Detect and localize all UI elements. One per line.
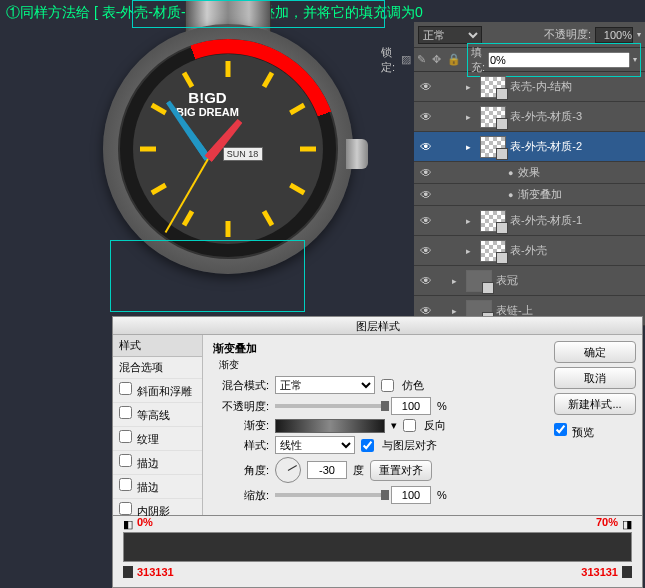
watch-crown <box>346 139 368 169</box>
fill-input[interactable] <box>488 52 630 68</box>
expand-arrow-icon[interactable]: ▸ <box>466 112 476 122</box>
visibility-icon[interactable]: 👁 <box>414 214 438 228</box>
fill-dropdown-icon[interactable]: ▾ <box>633 55 637 64</box>
expand-arrow-icon[interactable]: ▸ <box>466 82 476 92</box>
align-label: 与图层对齐 <box>382 438 437 453</box>
lock-paint-icon[interactable]: ✎ <box>417 53 426 67</box>
layer-name: 表-外壳-材质-2 <box>510 139 645 154</box>
opacity-dropdown-icon[interactable]: ▾ <box>637 30 641 39</box>
style-item-checkbox[interactable] <box>119 382 132 395</box>
visibility-icon[interactable]: 👁 <box>414 80 438 94</box>
style-category-item[interactable]: 描边 <box>113 451 202 475</box>
style-item-checkbox[interactable] <box>119 478 132 491</box>
scale-label: 缩放: <box>213 488 269 503</box>
style-options: 渐变叠加 渐变 混合模式: 正常 仿色 不透明度: % 渐变: ▾ 反向 <box>203 335 548 515</box>
gradient-bar[interactable] <box>123 532 632 562</box>
layer-row[interactable]: 👁▸表-外壳-材质-2 <box>414 132 645 162</box>
visibility-icon[interactable]: 👁 <box>414 166 438 180</box>
opacity-stops-row[interactable]: ◧ 0% 70% ◨ <box>123 516 632 532</box>
reverse-checkbox[interactable] <box>403 419 416 432</box>
visibility-icon[interactable]: 👁 <box>414 244 438 258</box>
layer-row[interactable]: 👁▸表壳-内-结构 <box>414 72 645 102</box>
angle-input[interactable] <box>307 461 347 479</box>
style-item-checkbox[interactable] <box>119 430 132 443</box>
color-stop-left-label: 313131 <box>137 566 174 578</box>
style-select[interactable]: 线性 <box>275 436 355 454</box>
expand-arrow-icon[interactable]: ▸ <box>452 276 462 286</box>
style-category-item[interactable]: 等高线 <box>113 403 202 427</box>
opacity-input[interactable] <box>595 27 633 43</box>
gradient-dropdown-icon[interactable]: ▾ <box>391 419 397 432</box>
scale-input[interactable] <box>391 486 431 504</box>
align-checkbox[interactable] <box>361 439 374 452</box>
fill-label: 填充: <box>471 45 485 75</box>
reset-align-button[interactable]: 重置对齐 <box>370 460 432 481</box>
style-item-checkbox[interactable] <box>119 454 132 467</box>
layer-thumbnail <box>480 210 506 232</box>
expand-arrow-icon[interactable]: ▸ <box>466 216 476 226</box>
expand-arrow-icon[interactable]: ▸ <box>466 246 476 256</box>
lock-position-icon[interactable]: ✥ <box>432 53 441 67</box>
visibility-icon[interactable]: 👁 <box>414 274 438 288</box>
blend-mode-select-dlg[interactable]: 正常 <box>275 376 375 394</box>
opacity-slider[interactable] <box>275 404 385 408</box>
layer-name: 效果 <box>518 165 645 180</box>
style-category-item[interactable]: 描边 <box>113 475 202 499</box>
style-label: 样式: <box>213 438 269 453</box>
layer-row[interactable]: 👁▸表-外壳 <box>414 236 645 266</box>
style-category-item[interactable]: 混合选项 <box>113 357 202 379</box>
layer-row[interactable]: 👁●渐变叠加 <box>414 184 645 206</box>
visibility-icon[interactable]: 👁 <box>414 140 438 154</box>
effect-bullet-icon: ● <box>508 168 518 178</box>
visibility-icon[interactable]: 👁 <box>414 110 438 124</box>
opacity-stop-left-icon[interactable]: ◧ <box>123 518 133 531</box>
reverse-label: 反向 <box>424 418 446 433</box>
scale-slider[interactable] <box>275 493 385 497</box>
color-stops-row[interactable]: 313131 313131 <box>123 562 632 578</box>
layer-thumbnail <box>480 240 506 262</box>
watch-logo: B!GD BIG DREAM <box>43 89 373 118</box>
style-category-item[interactable]: 纹理 <box>113 427 202 451</box>
gradient-editor: ◧ 0% 70% ◨ 313131 313131 <box>112 516 643 588</box>
blend-mode-label: 混合模式: <box>213 378 269 393</box>
layer-name: 表-外壳-材质-3 <box>510 109 645 124</box>
logo-big: B!GD <box>43 89 373 106</box>
layer-thumbnail <box>480 76 506 98</box>
blend-mode-select[interactable]: 正常 <box>418 26 482 44</box>
opacity-value-input[interactable] <box>391 397 431 415</box>
new-style-button[interactable]: 新建样式... <box>554 393 636 415</box>
dither-checkbox[interactable] <box>381 379 394 392</box>
style-item-checkbox[interactable] <box>119 502 132 515</box>
layer-thumbnail <box>466 270 492 292</box>
opacity-stop-right-icon[interactable]: ◨ <box>622 518 632 531</box>
style-category-list: 样式 混合选项 斜面和浮雕 等高线 纹理 描边 描边 内阴影 <box>113 335 203 515</box>
lock-all-icon[interactable]: 🔒 <box>447 53 461 67</box>
hour-mark <box>140 147 156 152</box>
watch-date: SUN 18 <box>223 147 263 161</box>
style-item-checkbox[interactable] <box>119 406 132 419</box>
layer-row[interactable]: 👁▸表-外壳-材质-3 <box>414 102 645 132</box>
expand-arrow-icon[interactable]: ▸ <box>466 142 476 152</box>
layer-name: 表壳-内-结构 <box>510 79 645 94</box>
expand-arrow-icon[interactable]: ▸ <box>452 306 462 316</box>
preview-checkbox[interactable] <box>554 423 567 436</box>
layer-row[interactable]: 👁●效果 <box>414 162 645 184</box>
style-category-item[interactable]: 斜面和浮雕 <box>113 379 202 403</box>
angle-dial[interactable] <box>275 457 301 483</box>
ok-button[interactable]: 确定 <box>554 341 636 363</box>
layer-thumbnail <box>480 106 506 128</box>
layer-row[interactable]: 👁▸表-外壳-材质-1 <box>414 206 645 236</box>
sub-title: 渐变 <box>219 358 538 372</box>
layer-row[interactable]: 👁▸表冠 <box>414 266 645 296</box>
cancel-button[interactable]: 取消 <box>554 367 636 389</box>
opacity-label-dlg: 不透明度: <box>213 399 269 414</box>
lock-transparency-icon[interactable]: ▨ <box>401 53 411 67</box>
color-stop-right[interactable] <box>622 566 632 578</box>
visibility-icon[interactable]: 👁 <box>414 188 438 202</box>
gradient-preview[interactable] <box>275 419 385 433</box>
logo-small: BIG DREAM <box>176 106 239 118</box>
selection-bottom <box>110 240 305 312</box>
canvas[interactable]: B!GD BIG DREAM SUN 18 <box>0 24 415 314</box>
color-stop-left[interactable] <box>123 566 133 578</box>
hour-mark <box>225 221 230 237</box>
